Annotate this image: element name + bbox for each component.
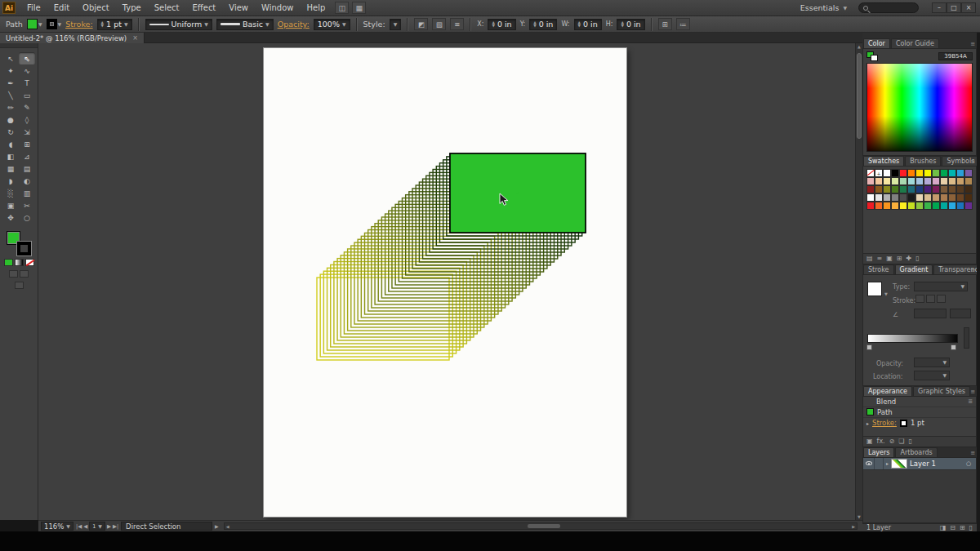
menu-window[interactable]: Window bbox=[255, 0, 300, 16]
artboard-tool[interactable]: ▣ bbox=[2, 199, 19, 211]
swatch[interactable] bbox=[907, 177, 915, 185]
artboard-number-field[interactable]: 1▼ bbox=[89, 522, 105, 531]
swatch[interactable] bbox=[915, 193, 924, 202]
align-options-icon[interactable]: ≡ bbox=[450, 18, 464, 30]
swatch[interactable] bbox=[948, 169, 956, 177]
free-transform-tool[interactable]: ⊞ bbox=[19, 138, 35, 150]
swatch[interactable] bbox=[924, 202, 932, 210]
minimize-button[interactable]: – bbox=[932, 2, 947, 13]
visibility-cell[interactable] bbox=[863, 458, 875, 469]
layer-name[interactable]: Layer 1 bbox=[910, 460, 936, 468]
zoom-tool[interactable]: ○ bbox=[19, 211, 35, 224]
swatch[interactable] bbox=[891, 177, 899, 185]
gradient-stop-right[interactable] bbox=[951, 344, 956, 350]
panel-menu-icon[interactable]: ≡ bbox=[970, 41, 975, 47]
swatch[interactable] bbox=[915, 185, 924, 193]
horizontal-scrollbar[interactable]: ◀ ▶ bbox=[224, 522, 858, 530]
gradient-location-field[interactable]: ▼ bbox=[914, 371, 950, 380]
swatch[interactable] bbox=[932, 169, 940, 177]
isolate-selection-icon[interactable]: ▧ bbox=[432, 18, 446, 30]
transform-options-icon[interactable]: ⊞ bbox=[658, 18, 672, 30]
scroll-down-icon[interactable]: ▼ bbox=[858, 513, 861, 520]
swatch[interactable] bbox=[899, 202, 907, 210]
mesh-tool[interactable]: ▦ bbox=[2, 162, 19, 175]
swatch[interactable] bbox=[956, 193, 964, 202]
tab-appearance[interactable]: Appearance bbox=[863, 386, 912, 396]
gradient-slider[interactable] bbox=[867, 334, 958, 343]
lasso-tool[interactable]: ∿ bbox=[19, 64, 35, 77]
stepper-icon[interactable]: ▲▼ bbox=[533, 21, 536, 28]
layer-row[interactable]: ▸ Layer 1 ○ bbox=[863, 458, 976, 470]
mini-stroke-box[interactable] bbox=[871, 55, 878, 61]
status-options-icon[interactable]: ▶ bbox=[215, 523, 219, 529]
artboard[interactable] bbox=[264, 48, 626, 517]
layer-thumbnail[interactable] bbox=[891, 459, 907, 469]
perspective-grid-tool[interactable]: ⊿ bbox=[19, 150, 35, 162]
swatch[interactable] bbox=[940, 169, 948, 177]
swatch[interactable] bbox=[964, 193, 973, 202]
opacity-field[interactable]: 100% ▼ bbox=[314, 19, 350, 30]
swatch[interactable] bbox=[964, 185, 973, 193]
swatch[interactable] bbox=[866, 202, 875, 210]
canvas[interactable]: ▲ ▼ bbox=[38, 43, 862, 520]
disclosure-triangle-icon[interactable]: ▸ bbox=[866, 420, 869, 426]
transform-field-y[interactable]: ▲▼0 in bbox=[529, 19, 557, 30]
add-new-stroke-icon[interactable]: ▣ bbox=[866, 438, 873, 445]
swatch-options-icon[interactable]: ▣ bbox=[886, 255, 893, 262]
magic-wand-tool[interactable]: ✦ bbox=[2, 64, 19, 77]
swatch[interactable] bbox=[875, 177, 883, 185]
color-button[interactable] bbox=[4, 259, 13, 266]
first-artboard-icon[interactable]: |◀ bbox=[76, 523, 82, 530]
panel-menu-icon[interactable]: ≡ bbox=[970, 450, 975, 456]
last-artboard-icon[interactable]: ▶| bbox=[113, 523, 118, 530]
hex-value-field[interactable]: 39B54A bbox=[938, 52, 973, 60]
target-circle-icon[interactable]: ○ bbox=[966, 460, 971, 467]
swatch[interactable] bbox=[915, 202, 924, 210]
arrange-documents-icon[interactable]: ▦ bbox=[352, 2, 366, 14]
add-new-effect-icon[interactable]: fx. bbox=[877, 438, 885, 445]
clear-appearance-icon[interactable]: ⊘ bbox=[889, 438, 895, 445]
swatch[interactable] bbox=[907, 185, 915, 193]
tab-color-guide[interactable]: Color Guide bbox=[891, 38, 939, 48]
swatch[interactable] bbox=[932, 202, 940, 210]
screen-mode-icon[interactable] bbox=[15, 282, 24, 289]
transform-field-x[interactable]: ▲▼0 in bbox=[488, 19, 515, 30]
swatch[interactable] bbox=[866, 193, 875, 202]
swatch[interactable] bbox=[883, 202, 891, 210]
disclosure-triangle-icon[interactable]: ▸ bbox=[886, 460, 889, 466]
close-button[interactable]: × bbox=[961, 2, 976, 13]
swatch[interactable] bbox=[866, 169, 875, 177]
swatch[interactable] bbox=[964, 177, 973, 185]
stroke-color-picker[interactable]: ▼ bbox=[47, 19, 62, 29]
mini-fill-stroke-indicator[interactable] bbox=[866, 51, 880, 61]
stepper-icon[interactable]: ▲▼ bbox=[492, 21, 494, 28]
gradient-stop-left[interactable] bbox=[866, 344, 872, 350]
swatch[interactable] bbox=[875, 185, 883, 193]
stroke-color-mini-box[interactable] bbox=[900, 420, 907, 427]
swatch[interactable] bbox=[891, 202, 899, 210]
swatch[interactable] bbox=[899, 193, 907, 202]
swatch[interactable] bbox=[932, 177, 940, 185]
tab-gradient[interactable]: Gradient bbox=[895, 264, 933, 274]
tab-artboards[interactable]: Artboards bbox=[895, 447, 937, 457]
swatch[interactable] bbox=[924, 185, 932, 193]
none-button[interactable] bbox=[25, 259, 34, 266]
tab-graphic-styles[interactable]: Graphic Styles bbox=[913, 386, 970, 396]
transform-field-h[interactable]: ▲▼0 in bbox=[617, 19, 644, 30]
tab-brushes[interactable]: Brushes bbox=[905, 156, 941, 166]
swatch[interactable] bbox=[924, 169, 932, 177]
gradient-midpoint-slider[interactable] bbox=[964, 327, 969, 349]
symbol-sprayer-tool[interactable]: ░ bbox=[2, 187, 19, 199]
slice-tool[interactable]: ✂ bbox=[19, 199, 35, 211]
brush-dropdown[interactable]: Basic ▼ bbox=[216, 19, 274, 30]
tab-color[interactable]: Color bbox=[863, 38, 890, 48]
menu-edit[interactable]: Edit bbox=[47, 0, 76, 16]
swatch[interactable] bbox=[915, 177, 924, 185]
new-color-group-icon[interactable]: ⊞ bbox=[897, 255, 902, 262]
vertical-scrollbar[interactable]: ▲ ▼ bbox=[855, 43, 862, 520]
gradient-aspect-field[interactable] bbox=[950, 309, 971, 318]
chevron-down-icon[interactable]: ▼ bbox=[884, 291, 888, 296]
swatch[interactable] bbox=[891, 169, 899, 177]
swatch[interactable] bbox=[907, 202, 915, 210]
bridge-icon[interactable]: ◫ bbox=[335, 2, 349, 14]
